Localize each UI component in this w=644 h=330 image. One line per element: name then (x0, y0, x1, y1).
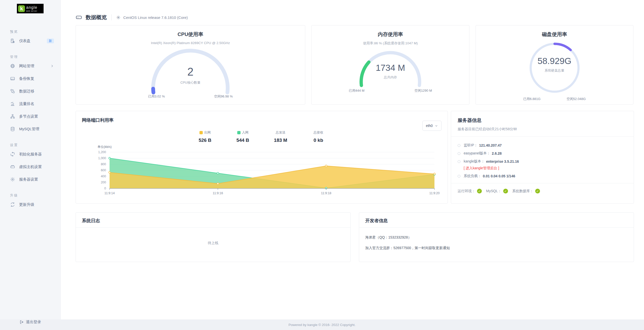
server-info-value: 2.6.28 (492, 151, 502, 155)
centos-logo-icon (116, 15, 121, 20)
kangle-logo-k-icon: k (18, 5, 25, 12)
sidebar-item-label: 备份恢复 (19, 76, 34, 81)
sidebar-item-label: 流量排名 (19, 102, 34, 106)
nav-section-label: 预览 (10, 29, 60, 35)
sidebar-item-multi-node-settings[interactable]: 多节点设置 (0, 110, 60, 123)
sidebar-item-dashboard[interactable]: 仪表盘新 (0, 35, 60, 47)
check-icon (477, 189, 482, 193)
divider (451, 183, 634, 183)
network-usage-card: 网络端口利用率 eth0 出网526 B入网544 B总发送183 M总接收0 … (76, 111, 448, 204)
legend-value: 183 M (273, 138, 289, 143)
sidebar-item-label: 服务器设置 (19, 177, 38, 182)
svg-text:单位(kb/s): 单位(kb/s) (97, 145, 112, 149)
nav-section-label: 设置 (10, 143, 60, 148)
memory-usage-card: 内存使用率 使用率:86 % (系统缓存使用:1047 M) 1734 M 总共… (311, 25, 469, 105)
svg-text:11:9:20: 11:9:20 (429, 191, 440, 195)
legend-label: 总接收 (314, 130, 323, 135)
developer-info-title: 开发者信息 (359, 213, 634, 228)
svg-text:200: 200 (101, 181, 106, 184)
storage-icon (10, 76, 15, 81)
developer-info-card: 开发者信息 海弟君（QQ：1532332928） 加入官方交流群：5269775… (359, 212, 634, 262)
kangle-admin-link[interactable]: [ 进入kangle管理后台 ] (464, 166, 627, 171)
legend-label: 出网 (204, 130, 211, 135)
sidebar-item-init-server[interactable]: 初始化服务器 (0, 148, 60, 160)
gear-icon (10, 177, 15, 182)
sidebar-item-data-migration[interactable]: 数据迁移 (0, 85, 60, 97)
network-chart: 02004006008001,0001,200单位(kb/s)11:9:1411… (82, 145, 442, 198)
drive-icon (76, 14, 82, 21)
server-info-row: kangle版本：enterprise 3.5.21.16 (458, 159, 627, 164)
cpu-free-label: 空闲96.98 % (214, 94, 233, 99)
nav-section-label: 管理 (10, 55, 60, 60)
svg-text:11:9:16: 11:9:16 (213, 191, 223, 195)
dashboard-icon (10, 38, 15, 43)
env-label: MySQL： (486, 189, 501, 193)
sidebar-item-backup-restore[interactable]: 备份恢复 (0, 72, 60, 85)
server-info-label: kangle版本： (464, 159, 485, 164)
footer: Powered by kangle © 2016- 2022 Copyright… (0, 319, 644, 330)
drive-icon (10, 164, 15, 169)
cpu-card-subtitle: Intel(R) Xeon(R) Platinum 8269CY CPU @ 2… (76, 41, 305, 45)
logout-button[interactable]: 退出登录 (0, 320, 61, 324)
env-label: 系统数据库： (512, 189, 533, 193)
sidebar-item-update-upgrade[interactable]: 更新升级 (0, 198, 60, 211)
disk-total-value: 58.929G (528, 56, 581, 66)
disk-used-label: 已用6.881G (523, 97, 541, 101)
memory-free-label: 空闲1290 M (415, 88, 432, 93)
chevron-down-icon (435, 124, 438, 127)
os-release-text: CentOS Linux release 7.6.1810 (Core) (123, 15, 188, 20)
kangle-logo: k angle web server (17, 4, 44, 13)
memory-total-value: 1734 M (358, 63, 423, 73)
copyright-text: Powered by kangle © 2016- 2022 Copyright… (289, 323, 356, 327)
memory-total-label: 总共内存 (358, 75, 423, 80)
logout-icon (20, 320, 24, 324)
kangle-logo-name: angle (26, 6, 37, 10)
server-info-label: 监听IP： (464, 143, 478, 148)
sidebar-item-label: MySQL管理 (19, 127, 39, 131)
env-label: 运行环境： (458, 189, 475, 193)
sidebar-item-mysql-management[interactable]: MySQL管理 (0, 123, 60, 135)
interface-select[interactable]: eth0 (422, 121, 442, 131)
cpu-card-title: CPU使用率 (76, 31, 305, 38)
cpu-usage-card: CPU使用率 Intel(R) Xeon(R) Platinum 8269CY … (76, 25, 305, 105)
server-info-row: 系统负载：0.01 0.04 0.05 1/146 (458, 174, 627, 178)
svg-text:0: 0 (104, 187, 106, 190)
sidebar-item-label: 多节点设置 (19, 114, 38, 119)
legend-item: 总发送183 M (273, 130, 289, 143)
page-header: 数据概览 CentOS Linux release 7.6.1810 (Core… (76, 14, 634, 21)
system-log-empty-text: 待上线 (76, 241, 350, 245)
server-uptime-text: 服务器目前已经启动0天21小时58分钟 (458, 127, 627, 131)
sidebar-item-site-management[interactable]: 网站管理 (0, 60, 60, 72)
legend-row: 出网526 B入网544 B总发送183 M总接收0 kb (82, 130, 442, 143)
legend-swatch (199, 131, 203, 134)
legend-value: 0 kb (310, 138, 326, 143)
sidebar-item-vhost-settings[interactable]: 虚拟主机设置 (0, 160, 60, 173)
sidebar-item-server-settings[interactable]: 服务器设置 (0, 173, 60, 186)
check-icon (535, 189, 540, 193)
memory-used-label: 已用444 M (349, 88, 364, 93)
sidebar-item-traffic-ranking[interactable]: 流量排名 (0, 97, 60, 110)
sidebar: k angle web server 预览仪表盘新管理网站管理备份恢复数据迁移流… (0, 0, 61, 330)
disk-free-label: 空闲52.048G (567, 97, 586, 101)
legend-label: 总发送 (276, 130, 286, 135)
developer-contact: 海弟君（QQ：1532332928） (365, 235, 628, 240)
legend-item: 出网526 B (197, 130, 213, 143)
legend-value: 526 B (197, 138, 213, 143)
disk-card-title: 磁盘使用率 (476, 31, 633, 38)
svg-text:11:9:14: 11:9:14 (105, 191, 115, 195)
main-content: 数据概览 CentOS Linux release 7.6.1810 (Core… (61, 0, 644, 262)
circle-bullet-icon (458, 160, 460, 163)
server-info-title: 服务器信息 (458, 111, 627, 124)
check-icon (503, 189, 508, 193)
new-badge: 新 (47, 39, 54, 43)
server-info-row: 监听IP：121.40.207.47 (458, 143, 627, 148)
server-info-label: 系统负载： (464, 174, 481, 178)
svg-text:1,000: 1,000 (98, 156, 106, 160)
server-info-list: 监听IP：121.40.207.47easypanel版本：2.6.28kang… (458, 143, 627, 178)
kangle-logo-tagline: web server (26, 10, 37, 12)
cpu-core-label: CPU核心数量 (149, 80, 232, 85)
system-log-card: 系统日志 待上线 (76, 212, 351, 262)
disk-total-label: 系统硬盘总量 (528, 68, 581, 73)
memory-card-title: 内存使用率 (312, 31, 469, 38)
disk-usage-card: 磁盘使用率 58.929G 系统硬盘总量 已用6.881G 空闲52.048G (476, 25, 633, 105)
